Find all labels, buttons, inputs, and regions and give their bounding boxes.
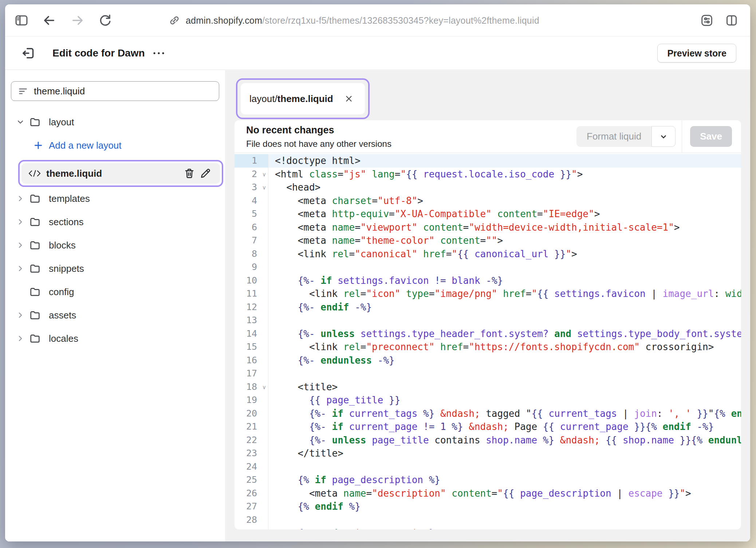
code-line[interactable]: 7 <meta name="theme-color" content="">	[235, 234, 741, 247]
line-number: 17	[235, 367, 268, 380]
code-editor[interactable]: 1<!doctype html>2∨<html class="js" lang=…	[235, 153, 741, 529]
content-area: theme.liquid layout Add a new l	[5, 70, 750, 541]
line-number: 7	[235, 234, 268, 247]
sidebar-item-label: assets	[49, 310, 76, 321]
file-sidebar: theme.liquid layout Add a new l	[5, 70, 225, 541]
code-line[interactable]: 12 {%- endif -%}	[235, 301, 741, 314]
code-line[interactable]: 17	[235, 367, 741, 380]
preview-store-button[interactable]: Preview store	[657, 44, 736, 63]
line-number: 14	[235, 327, 268, 341]
sidebar-item-snippets[interactable]: snippets	[5, 257, 225, 280]
line-number: 25	[235, 473, 268, 487]
line-number: 19	[235, 394, 268, 407]
close-tab-icon[interactable]	[342, 91, 356, 106]
line-number: 18∨	[235, 380, 268, 394]
save-button[interactable]: Save	[690, 126, 732, 147]
code-line[interactable]: 5 <meta http-equiv="X-UA-Compatible" con…	[235, 207, 741, 221]
chevron-right-icon[interactable]	[16, 218, 29, 226]
sidebar-item-sections[interactable]: sections	[5, 210, 225, 234]
code-line[interactable]: 2∨<html class="js" lang="{{ request.loca…	[235, 168, 741, 181]
sidebar-item-label: layout	[49, 117, 74, 128]
line-number: 21	[235, 420, 268, 434]
sidebar-item-label: templates	[49, 193, 90, 204]
line-number: 6	[235, 221, 268, 234]
code-line[interactable]: 1<!doctype html>	[235, 154, 741, 168]
code-line[interactable]: 11 <link rel="icon" type="image/png" hre…	[235, 287, 741, 301]
line-number: 11	[235, 287, 268, 301]
browser-back-icon[interactable]	[41, 12, 58, 29]
code-line[interactable]: 13	[235, 314, 741, 327]
chevron-right-icon[interactable]	[16, 311, 29, 320]
sidebar-item-label: config	[49, 286, 74, 298]
code-lines: 1<!doctype html>2∨<html class="js" lang=…	[235, 154, 741, 529]
fold-chevron-icon[interactable]: ∨	[262, 168, 266, 181]
code-line[interactable]: 21 {%- if current_page != 1 %} &ndash; P…	[235, 420, 741, 434]
fold-chevron-icon[interactable]: ∨	[262, 381, 266, 394]
url-bar[interactable]: admin.shopify.com/store/rzq1xu-f5/themes…	[168, 4, 539, 36]
browser-forward-icon[interactable]	[69, 12, 86, 29]
split-view-icon[interactable]	[723, 12, 740, 29]
sidebar-item-layout[interactable]: layout	[5, 110, 225, 134]
line-number: 23	[235, 447, 268, 460]
chevron-right-icon[interactable]	[16, 334, 29, 343]
code-line[interactable]: 25 {% if page_description %}	[235, 473, 741, 487]
chevron-down-icon[interactable]	[16, 118, 29, 126]
code-line[interactable]: 22 {%- unless page_title contains shop.n…	[235, 434, 741, 447]
chevron-right-icon[interactable]	[16, 241, 29, 250]
format-options-chevron-icon[interactable]	[651, 126, 676, 147]
line-number: 2∨	[235, 168, 268, 181]
code-line[interactable]: 24	[235, 460, 741, 474]
rename-file-icon[interactable]	[197, 165, 213, 181]
sidebar-item-theme-liquid[interactable]: theme.liquid	[21, 163, 220, 184]
chevron-right-icon[interactable]	[16, 194, 29, 203]
exit-editor-icon[interactable]	[20, 45, 36, 61]
line-number: 24	[235, 460, 268, 474]
browser-toolbar: admin.shopify.com/store/rzq1xu-f5/themes…	[5, 4, 750, 36]
link-icon	[168, 14, 181, 27]
line-number: 16	[235, 354, 268, 367]
sidebar-item-templates[interactable]: templates	[5, 187, 225, 210]
code-line[interactable]: 26 <meta name="description" content="{{ …	[235, 487, 741, 500]
folder-icon	[29, 239, 47, 251]
page-settings-icon[interactable]	[698, 12, 715, 29]
file-search-input[interactable]: theme.liquid	[11, 81, 219, 101]
code-line[interactable]: 16 {%- endunless -%}	[235, 354, 741, 367]
editor-toolbar: No recent changes File does not have any…	[235, 120, 741, 153]
add-new-layout-link[interactable]: Add a new layout	[5, 134, 225, 157]
code-line[interactable]: 20 {%- if current_tags %} &ndash; tagged…	[235, 407, 741, 420]
code-line[interactable]: 9	[235, 261, 741, 274]
code-line[interactable]: 3∨ <head>	[235, 181, 741, 194]
chevron-right-icon[interactable]	[16, 264, 29, 273]
line-number: 3∨	[235, 181, 268, 194]
code-line[interactable]: 4 <meta charset="utf-8">	[235, 194, 741, 208]
folder-icon	[29, 286, 47, 298]
delete-file-icon[interactable]	[181, 165, 197, 181]
code-line[interactable]: 8 <link rel="canonical" href="{{ canonic…	[235, 247, 741, 261]
line-number: 27	[235, 500, 268, 513]
code-line[interactable]: 27 {% endif %}	[235, 500, 741, 513]
code-line[interactable]: 23 </title>	[235, 447, 741, 460]
filter-icon	[18, 86, 28, 96]
sidebar-item-label: locales	[49, 333, 78, 344]
sidebar-item-config[interactable]: config	[5, 280, 225, 304]
tab-layout-theme-liquid[interactable]: layout/theme.liquid	[241, 83, 365, 114]
sidebar-item-blocks[interactable]: blocks	[5, 234, 225, 257]
code-line[interactable]: 10 {%- if settings.favicon != blank -%}	[235, 274, 741, 287]
browser-reload-icon[interactable]	[97, 12, 114, 29]
code-line[interactable]: 19 {{ page_title }}	[235, 394, 741, 407]
code-line[interactable]: 15 <link rel="preconnect" href="https://…	[235, 340, 741, 354]
sidebar-item-assets[interactable]: assets	[5, 304, 225, 327]
code-line[interactable]: 28	[235, 513, 741, 527]
sidebar-item-locales[interactable]: locales	[5, 327, 225, 350]
code-line[interactable]: 29 {% render 'meta-tags' %}	[235, 527, 741, 529]
more-actions-icon[interactable]	[151, 47, 167, 60]
page-title: Edit code for Dawn	[52, 47, 145, 59]
annotation-highlight-tab: layout/theme.liquid	[236, 78, 370, 119]
folder-icon	[29, 263, 47, 274]
code-line[interactable]: 18∨ <title>	[235, 380, 741, 394]
code-line[interactable]: 6 <meta name="viewport" content="width=d…	[235, 221, 741, 234]
code-line[interactable]: 14 {%- unless settings.type_header_font.…	[235, 327, 741, 341]
browser-sidebar-toggle-icon[interactable]	[13, 12, 30, 29]
fold-chevron-icon[interactable]: ∨	[262, 181, 266, 195]
format-liquid-button[interactable]: Format liquid	[576, 126, 651, 147]
